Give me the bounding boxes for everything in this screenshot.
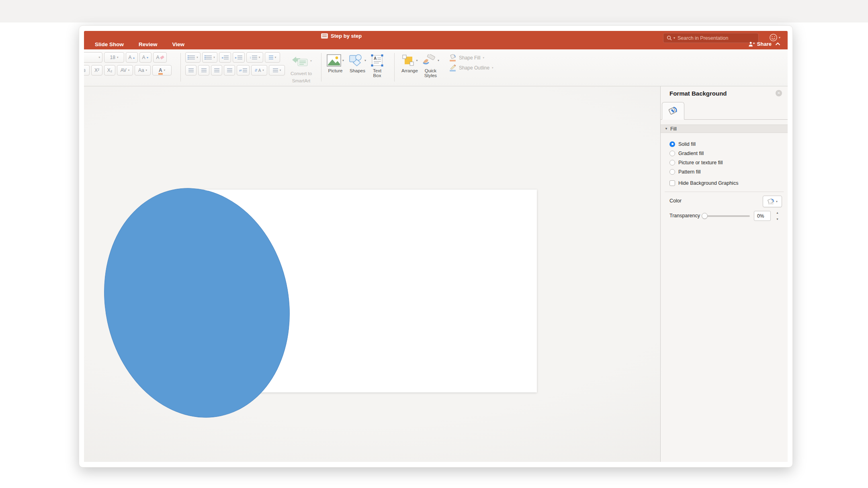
align-right-button[interactable] [211, 65, 222, 76]
superscript-button[interactable]: X² [91, 65, 102, 76]
hide-background-graphics-option[interactable]: Hide Background Graphics [669, 178, 738, 188]
change-case-button[interactable]: Aa▾ [135, 65, 151, 76]
search-input[interactable] [677, 35, 755, 41]
convert-label-line1: Convert to [291, 71, 312, 76]
fill-section-label: Fill [670, 126, 677, 132]
subscript-button[interactable]: X₂ [104, 65, 115, 76]
radio-pattern-fill[interactable] [669, 169, 675, 175]
search-icon [667, 35, 672, 41]
clear-formatting-button[interactable]: A [153, 52, 167, 63]
fill-tab[interactable] [662, 102, 684, 120]
numbering-button[interactable]: ▾ [202, 52, 217, 63]
pattern-fill-option[interactable]: Pattern fill [669, 167, 738, 176]
decrease-indent-button[interactable]: ◂ [219, 52, 231, 63]
shapes-button[interactable]: ▾ Shapes [349, 52, 366, 78]
align-text-button[interactable]: ▾ [269, 65, 285, 76]
picture-button[interactable]: ▾ Picture [327, 52, 344, 78]
insert-group: ▾ Picture ▾ Shapes A Text Box [327, 52, 383, 78]
bullets-button[interactable]: ▾ [185, 52, 201, 63]
transparency-label: Transparency [669, 213, 700, 218]
arrange-button[interactable]: ▾ Arrange [401, 52, 418, 78]
tab-slide-show[interactable]: Slide Show [95, 41, 124, 47]
gradient-fill-option[interactable]: Gradient fill [669, 149, 738, 158]
ribbon-separator [180, 53, 181, 82]
textbox-button[interactable]: A Text Box [371, 52, 383, 78]
solid-fill-option[interactable]: Solid fill [669, 139, 738, 149]
font-size-combo[interactable]: 18▾ [104, 52, 124, 63]
distribute-icon [243, 68, 247, 72]
feedback-control[interactable]: ▾ [769, 33, 780, 42]
convert-label-line2: SmartArt [292, 78, 310, 83]
shrink-font-button[interactable]: A▼ [139, 52, 151, 63]
arrange-group: ▾ Arrange ▾ Quick Styles [401, 52, 439, 78]
shape-style-group: Shape Fill ▾ Shape Outline ▾ [450, 54, 493, 71]
distribute-text-button[interactable]: ⇄ [237, 65, 250, 76]
ribbon-tabs: Slide Show Review View [95, 41, 184, 47]
eraser-icon [160, 55, 164, 59]
transparency-slider-thumb[interactable] [702, 213, 708, 219]
shape-fill-bucket-icon [450, 54, 457, 61]
textbox-icon: A [371, 54, 383, 67]
stepper-down-icon[interactable]: ▼ [776, 218, 779, 221]
text-direction-button[interactable]: ⇵A▾ [251, 65, 267, 76]
picture-texture-fill-option[interactable]: Picture or texture fill [669, 158, 738, 167]
align-right-icon [214, 68, 219, 72]
quick-styles-button[interactable]: ▾ Quick Styles [422, 52, 439, 78]
font-name-combo[interactable]: ▾ [84, 52, 102, 63]
columns-button[interactable]: ▾ [265, 52, 280, 63]
checkbox-hide-bg-graphics[interactable] [669, 180, 675, 186]
shape-outline-button[interactable]: Shape Outline ▾ [450, 64, 493, 71]
grow-font-button[interactable]: A▲ [126, 52, 138, 63]
columns-icon [269, 55, 273, 59]
outdent-icon [224, 55, 229, 59]
tab-review[interactable]: Review [139, 41, 158, 47]
page-top-strip [0, 0, 868, 22]
shapes-icon [349, 54, 363, 67]
search-scope-caret-icon[interactable]: ▾ [674, 36, 675, 40]
panel-close-button[interactable]: ✕ [776, 90, 782, 96]
strikethrough-button[interactable]: abc [84, 65, 90, 76]
line-spacing-icon [252, 55, 257, 59]
font-color-button[interactable]: A▾ [152, 65, 172, 76]
character-spacing-button[interactable]: AV▾ [117, 65, 133, 76]
radio-gradient-fill[interactable] [669, 151, 675, 156]
fill-section-header[interactable]: ▼ Fill [661, 125, 788, 133]
radio-solid-fill[interactable] [669, 141, 675, 147]
transparency-slider[interactable] [702, 215, 750, 217]
align-center-icon [201, 68, 207, 72]
align-center-button[interactable] [198, 65, 209, 76]
format-background-panel: Format Background ✕ ▼ Fill Solid fill Gr… [660, 86, 788, 462]
justify-button[interactable] [224, 65, 235, 76]
svg-text:A: A [374, 56, 377, 61]
powerpoint-window: Step by step ▾ ▾ Slide Show Review View … [79, 25, 793, 468]
transparency-value-input[interactable]: 0% [754, 211, 771, 221]
collapse-ribbon-chevron-icon[interactable] [775, 42, 780, 46]
smiley-feedback-icon [769, 33, 778, 42]
align-left-icon [188, 68, 194, 72]
radio-picture-fill[interactable] [669, 160, 675, 165]
transparency-stepper[interactable]: ▲▼ [775, 211, 780, 221]
paint-bucket-icon [668, 106, 678, 116]
panel-title: Format Background [669, 90, 727, 97]
window-title: Step by step [331, 33, 362, 39]
color-picker-button[interactable]: ▾ [763, 196, 782, 207]
feedback-caret-icon: ▾ [779, 36, 780, 39]
align-left-button[interactable] [185, 65, 197, 76]
quick-styles-brush-icon [422, 54, 436, 66]
presentation-doc-icon [321, 33, 328, 39]
stepper-up-icon[interactable]: ▲ [776, 211, 779, 214]
convert-smartart-button[interactable]: ▾ Convert to SmartArt [291, 53, 312, 83]
tab-view[interactable]: View [172, 41, 185, 47]
shape-fill-button[interactable]: Shape Fill ▾ [450, 54, 493, 61]
search-box[interactable]: ▾ [663, 33, 759, 43]
paragraph-group: ▾ ▾ ◂ ▸ ↕▾ ▾ ⇄ ⇵A▾ ▾ [185, 52, 285, 76]
align-text-icon [273, 68, 278, 72]
share-button[interactable]: Share [748, 41, 772, 47]
increase-indent-button[interactable]: ▸ [233, 52, 245, 63]
numbered-list-icon [205, 55, 212, 59]
ribbon-separator [321, 53, 321, 82]
line-spacing-button[interactable]: ↕▾ [246, 52, 263, 63]
panel-divider [665, 192, 784, 192]
window-title-group: Step by step [321, 33, 362, 39]
transparency-row: Transparency 0% ▲▼ [661, 210, 788, 222]
